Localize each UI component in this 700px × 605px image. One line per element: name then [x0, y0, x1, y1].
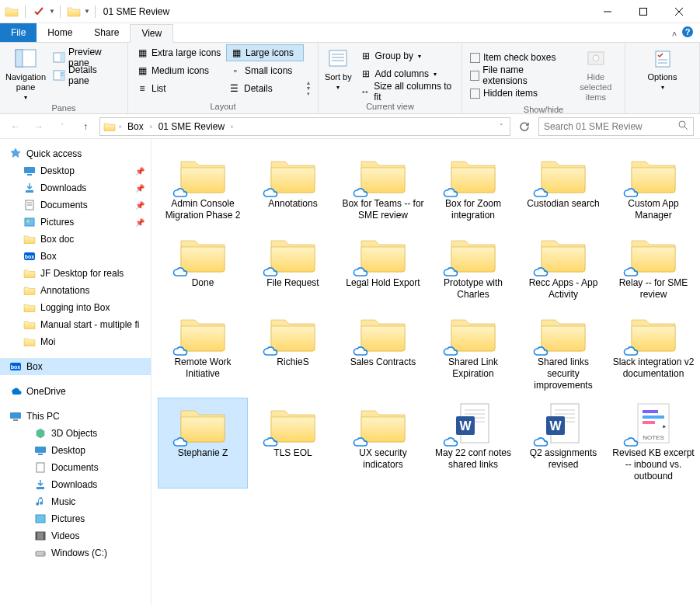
file-extensions-toggle[interactable]: File name extensions [467, 67, 569, 84]
nav-history-button[interactable]: ˅ [53, 117, 71, 136]
breadcrumb[interactable]: › Box › 01 SME Review › ˅ [99, 117, 510, 136]
folder-icon [535, 231, 591, 277]
tab-file[interactable]: File [0, 23, 37, 42]
svg-text:W: W [549, 419, 562, 433]
preview-pane-button[interactable]: Preview pane [50, 49, 123, 66]
folder-icon [355, 231, 411, 277]
hidden-items-toggle[interactable]: Hidden items [467, 85, 569, 102]
sidebar-pictures2[interactable]: Pictures [0, 510, 151, 527]
minimize-button[interactable] [590, 0, 625, 23]
layout-extra-large[interactable]: ▦Extra large icons [133, 44, 225, 61]
file-item[interactable]: Shared Link Expiration [428, 307, 518, 398]
sidebar-annotations[interactable]: Annotations [0, 282, 151, 299]
file-item[interactable]: Sales Contracts [338, 307, 428, 398]
sidebar-onedrive[interactable]: OneDrive [0, 383, 151, 400]
sidebar-moi[interactable]: Moi [0, 333, 151, 350]
sidebar-desktop2[interactable]: Desktop [0, 442, 151, 459]
file-item[interactable]: Remote Work Initiative [158, 307, 248, 398]
file-item[interactable]: UX security indicators [338, 398, 428, 489]
size-columns-button[interactable]: ↔Size all columns to fit [357, 83, 457, 100]
sidebar-documents2[interactable]: Documents [0, 459, 151, 476]
file-item[interactable]: Relay -- for SME review [608, 228, 698, 307]
help-icon[interactable]: ? [681, 26, 694, 40]
tab-share[interactable]: Share [83, 23, 130, 42]
crumb-leaf[interactable]: 01 SME Review [155, 121, 228, 132]
sidebar-box[interactable]: boxBox [0, 248, 151, 265]
sidebar-jf[interactable]: JF Desktop for reals [0, 265, 151, 282]
sidebar-documents[interactable]: Documents📌 [0, 196, 151, 214]
file-name: Done [192, 277, 214, 289]
layout-details[interactable]: ☰Details [225, 80, 302, 97]
sidebar-boxdrive[interactable]: boxBox [0, 358, 151, 375]
sidebar-quick-access[interactable]: Quick access [0, 145, 151, 162]
group-by-button[interactable]: ⊞Group by▾ [357, 47, 457, 64]
navigation-pane-button[interactable]: Navigation pane ▾ [5, 46, 47, 102]
layout-large[interactable]: ▦Large icons [226, 44, 304, 61]
sidebar-music[interactable]: Music [0, 493, 151, 510]
file-item[interactable]: Slack integration v2 documentation [608, 307, 698, 398]
sidebar-manual[interactable]: Manual start - multiple fi [0, 316, 151, 333]
sidebar-downloads[interactable]: Downloads📌 [0, 179, 151, 196]
sidebar-3dobjects[interactable]: 3D Objects [0, 425, 151, 442]
details-pane-button[interactable]: Details pane [50, 67, 123, 84]
file-item[interactable]: Custodian search [518, 148, 608, 228]
layout-medium[interactable]: ▦Medium icons [133, 62, 225, 79]
file-item[interactable]: RichieS [248, 307, 338, 398]
breadcrumb-dropdown[interactable]: ˅ [500, 123, 507, 130]
sidebar-videos[interactable]: Videos [0, 527, 151, 544]
file-item[interactable]: NOTESRevised KB excerpt -- inbound vs. o… [608, 398, 698, 489]
chevron-right-icon[interactable]: › [148, 123, 154, 130]
chevron-right-icon[interactable]: › [229, 123, 235, 130]
ribbon-collapse-icon[interactable]: ʌ [672, 29, 677, 37]
file-item[interactable]: Recc Apps - App Activity [518, 228, 608, 307]
file-item[interactable]: Custom App Manager [608, 148, 698, 228]
file-item[interactable]: WMay 22 conf notes shared links [428, 398, 518, 489]
file-item[interactable]: Box for Teams -- for SME review [338, 148, 428, 228]
file-item[interactable]: WQ2 assignments revised [518, 398, 608, 489]
add-columns-button[interactable]: ⊞Add columns▾ [357, 65, 457, 82]
chevron-right-icon[interactable]: › [117, 123, 123, 130]
sort-by-button[interactable]: Sort by▾ [323, 46, 353, 100]
nav-up-button[interactable]: ↑ [76, 117, 95, 136]
checkmark-icon[interactable] [30, 3, 47, 20]
sidebar-thispc[interactable]: This PC [0, 408, 151, 425]
close-button[interactable] [661, 0, 697, 23]
refresh-button[interactable] [515, 117, 534, 136]
sidebar-downloads2[interactable]: Downloads [0, 476, 151, 493]
maximize-button[interactable] [625, 0, 661, 23]
file-item[interactable]: Shared links security improvements [518, 307, 608, 398]
file-item[interactable]: TLS EOL [248, 398, 338, 489]
file-name: Custodian search [527, 198, 599, 210]
sidebar-logging[interactable]: Logging into Box [0, 299, 151, 316]
options-button[interactable]: Options▾ [641, 46, 684, 100]
layout-small[interactable]: ▫Small icons [226, 62, 304, 79]
nav-forward-button[interactable]: → [30, 117, 48, 136]
sidebar-pictures[interactable]: Pictures📌 [0, 214, 151, 231]
layout-expand[interactable]: ▾ [307, 91, 310, 97]
item-checkboxes-toggle[interactable]: Item check boxes [467, 49, 569, 66]
svg-text:box: box [25, 254, 35, 259]
tab-view[interactable]: View [130, 24, 173, 43]
layout-scroll-down[interactable]: ▼ [306, 85, 312, 91]
file-item[interactable]: File Request [248, 228, 338, 307]
file-item[interactable]: Box for Zoom integration [428, 148, 518, 228]
nav-back-button[interactable]: ← [6, 117, 25, 136]
file-name: Shared links security improvements [521, 356, 606, 391]
layout-scroll-up[interactable]: ▲ [306, 80, 312, 85]
crumb-box[interactable]: Box [124, 121, 147, 132]
file-item[interactable]: Done [158, 228, 248, 307]
sidebar-boxdoc[interactable]: Box doc [0, 231, 151, 248]
tab-home[interactable]: Home [37, 23, 83, 42]
star-icon [9, 148, 22, 160]
hide-selected-button[interactable]: Hide selected items [572, 46, 620, 103]
folder-icon [445, 231, 501, 277]
file-item[interactable]: Prototype with Charles [428, 228, 518, 307]
file-item[interactable]: Legal Hold Export [338, 228, 428, 307]
sidebar-cdrive[interactable]: Windows (C:) [0, 544, 151, 562]
file-item[interactable]: Stephanie Z [158, 398, 248, 489]
sidebar-desktop[interactable]: Desktop📌 [0, 162, 151, 179]
search-input[interactable]: Search 01 SME Review [538, 117, 694, 136]
file-item[interactable]: Annotations [248, 148, 338, 228]
layout-list[interactable]: ≡List [133, 80, 224, 97]
file-item[interactable]: Admin Console Migration Phase 2 [158, 148, 248, 228]
